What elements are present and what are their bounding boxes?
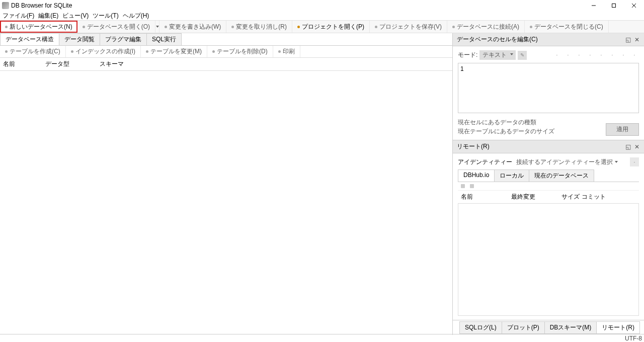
menu-help[interactable]: ヘルプ(H)	[121, 12, 151, 20]
create-index-button[interactable]: インデックスの作成(I)	[66, 46, 141, 57]
cell-tool-7[interactable]: ·	[619, 51, 628, 60]
svg-rect-1	[612, 4, 616, 8]
mode-label: モード:	[458, 51, 477, 59]
modify-table-label: テーブルを変更(M)	[150, 47, 202, 56]
remote-col-name[interactable]: 名前	[461, 193, 511, 201]
print-button[interactable]: 印刷	[273, 46, 300, 57]
attach-database-button[interactable]: データベースに接続(A)	[447, 21, 525, 33]
print-label: 印刷	[283, 47, 295, 56]
revert-changes-label: 変更を取り消し(R)	[236, 23, 287, 31]
new-database-button[interactable]: 新しいデータベース(N)	[0, 21, 77, 33]
remote-tab-current[interactable]: 現在のデータベース	[529, 169, 594, 182]
save-project-label: プロジェクトを保存(V)	[379, 23, 442, 31]
open-project-button[interactable]: プロジェクトを開く(P)	[292, 21, 370, 33]
revert-icon	[231, 26, 234, 28]
cell-info-text: 現在セルにあるデータの種類 現在テーブルにあるデータのサイズ	[458, 118, 554, 136]
identity-add-button[interactable]: ·	[630, 157, 639, 166]
delete-table-label: テーブルを削除(D)	[217, 47, 268, 56]
remote-tab-local[interactable]: ローカル	[494, 169, 529, 182]
remote-col-commit[interactable]: コミット	[582, 193, 606, 201]
save-project-button[interactable]: プロジェクトを保存(V)	[370, 21, 447, 33]
column-schema[interactable]: スキーマ	[100, 60, 124, 68]
tab-browse[interactable]: データ閲覧	[59, 33, 100, 45]
main-tabs: データベース構造 データ閲覧 プラグマ編集 SQL実行	[0, 33, 452, 46]
apply-button[interactable]: 適用	[606, 123, 639, 136]
remote-toolbar	[458, 182, 639, 191]
cell-tool-4[interactable]: ·	[586, 51, 595, 60]
dock-icon[interactable]: ◱	[625, 37, 631, 43]
titlebar: DB Browser for SQLite	[0, 0, 644, 11]
remote-col-size[interactable]: サイズ	[561, 193, 582, 201]
open-project-label: プロジェクトを開く(P)	[302, 23, 364, 31]
cell-textarea[interactable]	[458, 63, 639, 113]
remote-panel-title: リモート(R) ◱ ✕	[453, 140, 644, 153]
cell-edit-panel-title: データベースのセルを編集(C) ◱ ✕	[453, 33, 644, 46]
app-icon	[2, 2, 9, 9]
cell-info-line1: 現在セルにあるデータの種類	[458, 118, 554, 127]
attach-database-label: データベースに接続(A)	[457, 23, 519, 31]
right-pane: データベースのセルを編集(C) ◱ ✕ モード: テキスト ✎ · · · · …	[453, 33, 644, 335]
close-database-button[interactable]: データベースを閉じる(C)	[525, 21, 609, 33]
column-name[interactable]: 名前	[3, 60, 15, 68]
create-index-label: インデックスの作成(I)	[75, 47, 135, 56]
remote-tool-2[interactable]	[470, 184, 474, 188]
encoding-label: UTF-8	[625, 335, 642, 342]
project-save-icon	[375, 26, 377, 28]
menu-edit[interactable]: 編集(E)	[37, 12, 60, 20]
cell-edit-title-label: データベースのセルを編集(C)	[457, 35, 538, 44]
project-icon	[297, 26, 300, 28]
maximize-button[interactable]	[604, 0, 624, 11]
table-icon	[5, 50, 8, 53]
tab-structure[interactable]: データベース構造	[0, 33, 59, 45]
cell-edit-panel: モード: テキスト ✎ · · · · · · · · 現在セルにあるデータの種…	[453, 46, 644, 140]
save-icon	[165, 26, 167, 28]
cell-tool-6[interactable]: ·	[608, 51, 617, 60]
close-button[interactable]	[624, 0, 644, 11]
close-database-label: データベースを閉じる(C)	[534, 23, 603, 31]
cell-tool-8[interactable]: ·	[630, 51, 639, 60]
tab-sql[interactable]: SQL実行	[146, 33, 182, 45]
bottom-tab-remote[interactable]: リモート(R)	[596, 321, 640, 334]
window-title: DB Browser for SQLite	[11, 2, 72, 9]
print-icon	[278, 50, 281, 53]
mode-select[interactable]: テキスト	[479, 50, 516, 60]
attach-icon	[452, 26, 455, 28]
minimize-button[interactable]	[584, 0, 604, 11]
structure-toolbar: テーブルを作成(C) インデックスの作成(I) テーブルを変更(M) テーブルを…	[0, 46, 452, 58]
identity-select[interactable]: 接続するアイデンティティーを選択	[516, 158, 618, 166]
bottom-tabs: SQLログ(L) プロット(P) DBスキーマ(M) リモート(R)	[453, 320, 644, 335]
open-database-dropdown[interactable]	[155, 21, 159, 33]
remote-list	[458, 204, 639, 316]
cell-tool-2[interactable]: ·	[564, 51, 573, 60]
write-changes-button[interactable]: 変更を書き込み(W)	[159, 21, 226, 33]
remote-title-label: リモート(R)	[457, 142, 490, 151]
remote-panel: リモート(R) ◱ ✕ アイデンティティー 接続するアイデンティティーを選択 ·…	[453, 140, 644, 320]
dock-icon[interactable]: ◱	[625, 144, 631, 150]
remote-tool-1[interactable]	[461, 184, 465, 188]
menu-view[interactable]: ビュー(V)	[61, 12, 90, 20]
close-panel-icon[interactable]: ✕	[634, 144, 640, 150]
cell-tool-3[interactable]: ·	[575, 51, 584, 60]
open-database-button[interactable]: データベースを開く(O)	[77, 21, 155, 33]
modify-table-button[interactable]: テーブルを変更(M)	[141, 46, 207, 57]
create-table-button[interactable]: テーブルを作成(C)	[0, 46, 66, 57]
structure-table-body	[0, 71, 452, 335]
cell-tool-5[interactable]: ·	[597, 51, 606, 60]
bottom-tab-schema[interactable]: DBスキーマ(M)	[544, 321, 597, 334]
left-pane: データベース構造 データ閲覧 プラグマ編集 SQL実行 テーブルを作成(C) イ…	[0, 33, 453, 335]
menu-file[interactable]: ファイル(F)	[1, 12, 36, 20]
remote-tab-dbhub[interactable]: DBHub.io	[458, 169, 495, 182]
main-toolbar: 新しいデータベース(N) データベースを開く(O) 変更を書き込み(W) 変更を…	[0, 20, 644, 33]
tab-pragma[interactable]: プラグマ編集	[100, 33, 147, 45]
cell-tool-1[interactable]: ·	[552, 51, 561, 60]
remote-col-modified[interactable]: 最終変更	[511, 193, 561, 201]
close-panel-icon[interactable]: ✕	[634, 37, 640, 43]
format-button[interactable]: ✎	[518, 51, 527, 60]
menu-tools[interactable]: ツール(T)	[91, 12, 120, 20]
revert-changes-button[interactable]: 変更を取り消し(R)	[226, 21, 292, 33]
bottom-tab-sqllog[interactable]: SQLログ(L)	[459, 321, 502, 334]
delete-table-button[interactable]: テーブルを削除(D)	[207, 46, 273, 57]
bottom-tab-plot[interactable]: プロット(P)	[502, 321, 545, 334]
modify-icon	[146, 50, 148, 53]
column-type[interactable]: データ型	[45, 60, 69, 68]
